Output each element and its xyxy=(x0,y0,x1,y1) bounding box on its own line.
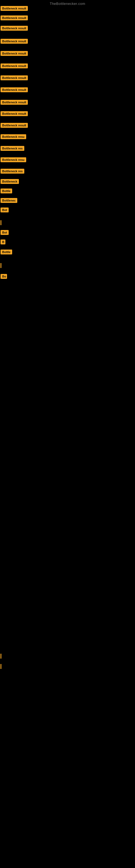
bottleneck-result-row-3[interactable]: Bottleneck result xyxy=(1,26,28,32)
bottleneck-result-row-10[interactable]: Bottleneck result xyxy=(1,111,28,117)
bottleneck-line-27 xyxy=(1,664,1,669)
bottleneck-result-row-18[interactable]: Bottlenec xyxy=(1,198,17,204)
bottleneck-badge-12[interactable]: Bottleneck resu xyxy=(1,134,26,139)
bottleneck-badge-8[interactable]: Bottleneck result xyxy=(1,87,28,92)
bottleneck-badge-13[interactable]: Bottleneck res xyxy=(1,146,24,151)
bottleneck-badge-11[interactable]: Bottleneck result xyxy=(1,123,28,128)
bottleneck-result-row-1[interactable]: Bottleneck result xyxy=(1,6,28,12)
bottleneck-result-row-13[interactable]: Bottleneck res xyxy=(1,146,24,152)
bottleneck-result-row-2[interactable]: Bottleneck result xyxy=(1,16,28,22)
bottleneck-result-row-7[interactable]: Bottleneck result xyxy=(1,75,28,82)
bottleneck-result-row-11[interactable]: Bottleneck result xyxy=(1,123,28,129)
bottleneck-badge-14[interactable]: Bottleneck resu xyxy=(1,157,26,162)
bottleneck-result-row-21[interactable]: Bot xyxy=(1,230,9,236)
page-container: TheBottlenecker.com Bottleneck resultBot… xyxy=(0,0,135,868)
bottleneck-badge-17[interactable]: Bottle xyxy=(1,188,12,193)
bottleneck-badge-1[interactable]: Bottleneck result xyxy=(1,6,28,11)
bottleneck-result-row-15[interactable]: Bottleneck res xyxy=(1,169,24,175)
bottleneck-badge-15[interactable]: Bottleneck res xyxy=(1,169,24,174)
bottleneck-result-row-23[interactable]: Bottle xyxy=(1,250,12,255)
bottleneck-result-row-17[interactable]: Bottle xyxy=(1,188,12,194)
bottleneck-badge-10[interactable]: Bottleneck result xyxy=(1,111,28,116)
bottleneck-result-row-25[interactable]: Bo xyxy=(1,274,7,280)
bottleneck-badge-2[interactable]: Bottleneck result xyxy=(1,16,28,20)
bottleneck-result-row-16[interactable]: Bottleneck xyxy=(1,179,19,185)
bottleneck-badge-19[interactable]: Bot xyxy=(1,208,9,212)
bottleneck-result-row-9[interactable]: Bottleneck result xyxy=(1,100,28,106)
bottleneck-badge-21[interactable]: Bot xyxy=(1,230,9,235)
bottleneck-badge-16[interactable]: Bottleneck xyxy=(1,179,19,184)
bottleneck-result-row-4[interactable]: Bottleneck result xyxy=(1,39,28,45)
bottleneck-badge-7[interactable]: Bottleneck result xyxy=(1,75,28,80)
bottleneck-line-24 xyxy=(1,263,1,268)
bottleneck-badge-22[interactable]: B xyxy=(1,240,5,244)
bottleneck-line-26 xyxy=(1,654,1,659)
bottleneck-badge-23[interactable]: Bottle xyxy=(1,250,12,254)
bottleneck-result-row-6[interactable]: Bottleneck result xyxy=(1,63,28,69)
bottleneck-result-row-14[interactable]: Bottleneck resu xyxy=(1,157,26,163)
bottleneck-badge-3[interactable]: Bottleneck result xyxy=(1,26,28,31)
bottleneck-badge-4[interactable]: Bottleneck result xyxy=(1,39,28,44)
bottleneck-badge-9[interactable]: Bottleneck result xyxy=(1,100,28,105)
bottleneck-result-row-22[interactable]: B xyxy=(1,240,5,246)
bottleneck-badge-6[interactable]: Bottleneck result xyxy=(1,63,28,68)
bottleneck-result-row-8[interactable]: Bottleneck result xyxy=(1,87,28,93)
bottleneck-line-20 xyxy=(1,220,1,225)
bottleneck-result-row-19[interactable]: Bot xyxy=(1,208,9,214)
bottleneck-result-row-12[interactable]: Bottleneck resu xyxy=(1,134,26,140)
bottleneck-badge-25[interactable]: Bo xyxy=(1,274,7,279)
bottleneck-badge-5[interactable]: Bottleneck result xyxy=(1,51,28,56)
bottleneck-badge-18[interactable]: Bottlenec xyxy=(1,198,17,203)
bottleneck-result-row-5[interactable]: Bottleneck result xyxy=(1,51,28,57)
